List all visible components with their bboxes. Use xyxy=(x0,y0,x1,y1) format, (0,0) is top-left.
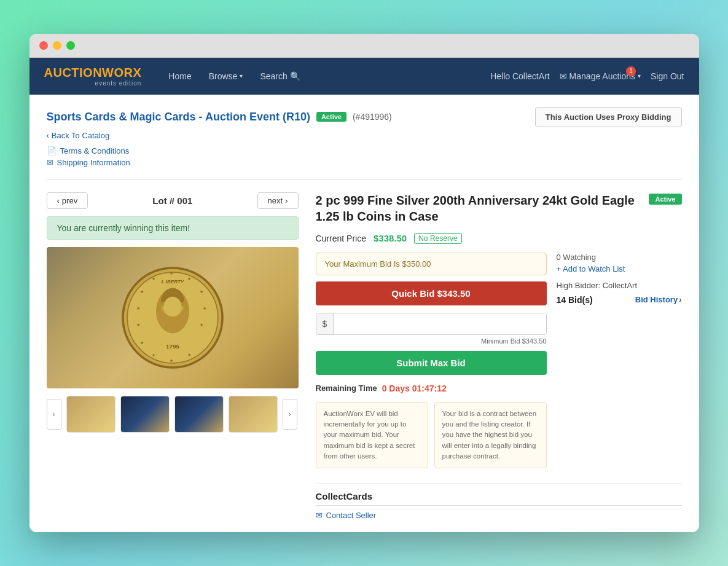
manage-auctions-label: Manage Auctions xyxy=(569,71,635,81)
search-icon: 🔍 xyxy=(290,71,300,81)
bid-sidebar: 0 Watching + Add to Watch List High Bidd… xyxy=(547,253,682,477)
left-column: ‹ prev Lot # 001 next › You are currentl… xyxy=(47,192,299,520)
nav-search-label: Search xyxy=(260,71,287,81)
thumbnail-1[interactable] xyxy=(66,396,115,433)
back-chevron-icon: ‹ xyxy=(47,131,49,140)
svg-text:★: ★ xyxy=(187,352,191,358)
svg-text:★: ★ xyxy=(170,270,173,276)
bid-area: Your Maximum Bid Is $350.00 Quick Bid $3… xyxy=(316,253,547,477)
shipping-link[interactable]: ✉ Shipping Information xyxy=(47,158,682,167)
min-bid-note: Minimum Bid $343.50 xyxy=(316,337,547,345)
seller-section: CollectCards ✉ Contact Seller xyxy=(316,483,682,520)
content-columns: ‹ prev Lot # 001 next › You are currentl… xyxy=(47,192,682,520)
prev-label: prev xyxy=(62,196,77,205)
close-dot[interactable] xyxy=(39,41,48,50)
brand: AUCTIONWORX events edition xyxy=(44,66,142,87)
main-content: Sports Cards & Magic Cards - Auction Eve… xyxy=(29,95,699,532)
item-image[interactable]: ★ ★ ★ ★ ★ ★ ★ ★ ★ ★ ★ ★ ★ xyxy=(47,247,299,388)
seller-name: CollectCards xyxy=(316,491,682,501)
svg-text:★: ★ xyxy=(139,340,143,345)
signout-button[interactable]: Sign Out xyxy=(651,71,684,81)
right-column: 2 pc 999 Fine Silver 200th Anniversary 2… xyxy=(316,192,682,520)
svg-text:1795: 1795 xyxy=(166,342,179,349)
remaining-time-row: Remaining Time 0 Days 01:47:12 xyxy=(316,383,547,393)
item-title-row: 2 pc 999 Fine Silver 200th Anniversary 2… xyxy=(316,192,682,224)
bids-count: 14 Bid(s) xyxy=(557,295,593,305)
nav-search[interactable]: Search 🔍 xyxy=(252,66,307,86)
svg-text:★: ★ xyxy=(136,322,140,328)
brand-text: AUCTION xyxy=(44,66,103,79)
no-reserve-badge: No Reserve xyxy=(414,233,461,244)
watch-section: 0 Watching + Add to Watch List xyxy=(557,253,682,273)
contact-seller-link[interactable]: ✉ Contact Seller xyxy=(316,511,682,520)
message-count-badge: 1 xyxy=(626,66,636,76)
back-to-catalog-link[interactable]: ‹ Back To Catalog xyxy=(47,131,682,140)
terms-icon: 📄 xyxy=(47,146,57,155)
nav-browse[interactable]: Browse ▾ xyxy=(202,66,251,86)
thumb-next-button[interactable]: › xyxy=(283,399,297,430)
thumbnail-3[interactable] xyxy=(174,396,224,433)
nav-user-greeting: Hello CollectArt xyxy=(490,71,549,81)
nav-manage[interactable]: ✉ 1 Manage Auctions ▾ xyxy=(560,71,641,81)
maximize-dot[interactable] xyxy=(66,41,75,50)
brand-logo[interactable]: AUCTIONWORX xyxy=(44,66,142,80)
terms-label: Terms & Conditions xyxy=(60,146,130,155)
quick-bid-button[interactable]: Quick Bid $343.50 xyxy=(316,281,547,305)
nav-browse-label: Browse xyxy=(209,71,238,81)
next-icon: › xyxy=(285,196,288,205)
nav-message-icon: ✉ xyxy=(560,71,567,81)
auction-title: Sports Cards & Magic Cards - Auction Eve… xyxy=(47,111,310,124)
coin-svg: ★ ★ ★ ★ ★ ★ ★ ★ ★ ★ ★ ★ ★ xyxy=(117,262,228,373)
back-label: Back To Catalog xyxy=(52,131,109,140)
bid-input-row: $ xyxy=(316,313,547,335)
watch-count: 0 Watching xyxy=(557,253,682,262)
svg-text:★: ★ xyxy=(199,288,203,294)
bid-history-label: Bid History xyxy=(635,295,678,304)
dollar-prefix: $ xyxy=(316,313,334,334)
auction-title-group: Sports Cards & Magic Cards - Auction Eve… xyxy=(47,111,392,124)
svg-text:L IBERTY: L IBERTY xyxy=(161,279,184,285)
bid-history-arrow: › xyxy=(679,295,681,304)
submit-max-bid-button[interactable]: Submit Max Bid xyxy=(316,351,547,375)
thumb-prev-button[interactable]: ‹ xyxy=(47,399,61,430)
svg-text:★: ★ xyxy=(187,276,191,281)
add-to-watchlist-button[interactable]: + Add to Watch List xyxy=(557,264,682,273)
item-status-badge: Active xyxy=(649,194,681,205)
proxy-type: Proxy Bidding xyxy=(617,112,671,122)
shipping-label: Shipping Information xyxy=(57,158,130,167)
nav-home[interactable]: Home xyxy=(161,66,198,86)
svg-text:★: ★ xyxy=(199,322,203,328)
next-button[interactable]: next › xyxy=(257,192,299,209)
navbar: AUCTIONWORX events edition Home Browse ▾… xyxy=(29,58,699,95)
max-bid-display: Your Maximum Bid Is $350.00 xyxy=(316,253,547,275)
brand-sub: events edition xyxy=(44,80,142,87)
bid-area-row: Your Maximum Bid Is $350.00 Quick Bid $3… xyxy=(316,253,682,477)
bid-amount-input[interactable] xyxy=(334,313,546,334)
prev-button[interactable]: ‹ prev xyxy=(47,192,88,209)
bid-history-link[interactable]: Bid History › xyxy=(635,295,682,304)
svg-text:★: ★ xyxy=(170,358,173,363)
lot-nav: ‹ prev Lot # 001 next › xyxy=(47,192,299,209)
current-price-value: $338.50 xyxy=(374,233,407,243)
mail-icon: ✉ xyxy=(316,511,323,520)
svg-text:★: ★ xyxy=(152,276,155,281)
price-row: Current Price $338.50 No Reserve xyxy=(316,233,682,244)
terms-link[interactable]: 📄 Terms & Conditions xyxy=(47,146,682,155)
thumbnail-2[interactable] xyxy=(120,396,170,433)
auction-header-row: Sports Cards & Magic Cards - Auction Eve… xyxy=(47,107,682,127)
thumbnail-4[interactable] xyxy=(229,396,278,433)
next-label: next xyxy=(268,196,283,205)
proxy-info-box: AuctionWorx EV will bid incrementally fo… xyxy=(316,402,428,468)
remaining-label: Remaining Time xyxy=(316,383,377,393)
browse-chevron-icon: ▾ xyxy=(240,73,243,79)
proxy-label: This Auction Uses xyxy=(546,112,615,122)
winning-banner: You are currently winning this item! xyxy=(47,216,299,240)
minimize-dot[interactable] xyxy=(53,41,61,50)
auction-status-badge: Active xyxy=(316,112,346,122)
svg-text:★: ★ xyxy=(139,288,143,294)
lot-number: Lot # 001 xyxy=(152,195,192,206)
nav-links: Home Browse ▾ Search 🔍 xyxy=(161,66,490,86)
svg-point-17 xyxy=(163,297,181,316)
contract-info-box: Your bid is a contract between you and t… xyxy=(434,402,547,468)
meta-links: 📄 Terms & Conditions ✉ Shipping Informat… xyxy=(47,146,682,167)
